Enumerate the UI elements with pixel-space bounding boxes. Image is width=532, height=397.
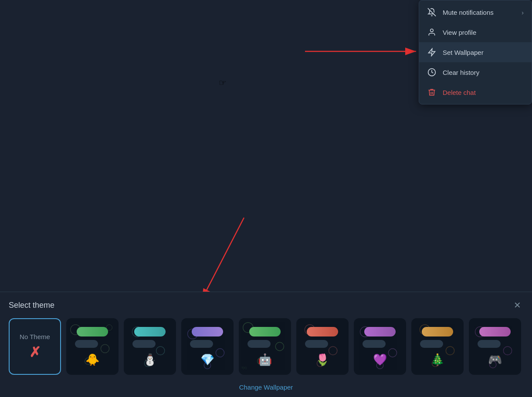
in-bubble [363, 340, 386, 348]
in-bubble [132, 340, 156, 348]
out-bubble [134, 327, 166, 336]
trash-icon [427, 87, 437, 97]
in-bubble [478, 340, 501, 348]
theme-emoji-snowman: ⛄ [143, 353, 157, 367]
out-bubble [479, 327, 511, 336]
no-theme-label: No Theme [20, 333, 50, 340]
close-panel-button[interactable]: ✕ [511, 299, 523, 311]
theme-card-diamond[interactable]: 💎 [181, 318, 234, 375]
menu-set-wallpaper-label: Set Wallpaper [443, 49, 484, 56]
out-bubble [249, 327, 281, 336]
menu-item-delete-chat[interactable]: Delete chat [419, 82, 532, 102]
no-theme-x-icon: ✗ [29, 344, 41, 360]
menu-delete-chat-label: Delete chat [443, 89, 476, 96]
wallpaper-icon [427, 47, 437, 57]
svg-marker-2 [429, 49, 435, 56]
theme-card-tulip[interactable]: 🌷 [296, 318, 349, 375]
out-bubble [307, 327, 338, 336]
out-bubble [364, 327, 396, 336]
theme-emoji-gamepad: 🎮 [488, 353, 502, 367]
in-bubble [247, 340, 271, 348]
menu-view-profile-label: View profile [443, 29, 476, 36]
in-bubble [305, 340, 328, 348]
theme-inner: 💎 [182, 323, 233, 371]
menu-item-view-profile[interactable]: View profile [419, 22, 532, 42]
theme-card-no-theme[interactable]: No Theme ✗ [9, 318, 61, 375]
theme-inner: 💜 [355, 323, 405, 371]
panel-title: Select theme [9, 301, 54, 310]
theme-card-gamepad[interactable]: 🎮 [469, 318, 521, 375]
menu-item-mute[interactable]: Mute notifications › [419, 2, 532, 22]
theme-emoji-diamond: 💎 [200, 353, 214, 367]
theme-card-chick[interactable]: 🐥 [66, 318, 119, 375]
theme-emoji-chick: 🐥 [85, 353, 99, 367]
theme-panel: Select theme ✕ No Theme ✗ 🐥 [0, 292, 532, 397]
menu-item-set-wallpaper[interactable]: Set Wallpaper [419, 42, 532, 62]
svg-line-0 [428, 8, 436, 16]
bell-mute-icon [427, 7, 437, 17]
theme-card-tree[interactable]: 🎄 [411, 318, 464, 375]
theme-card-heart[interactable]: 💜 [354, 318, 406, 375]
panel-header: Select theme ✕ [9, 299, 523, 311]
svg-point-1 [430, 29, 434, 32]
chevron-right-icon: › [522, 9, 524, 16]
theme-inner: 🤖 [240, 323, 290, 371]
change-wallpaper-link[interactable]: Change Wallpaper [9, 378, 523, 396]
theme-emoji-heart: 💜 [373, 353, 387, 367]
theme-emoji-tulip: 🌷 [315, 353, 329, 367]
theme-inner: 🎄 [412, 323, 463, 371]
theme-grid: No Theme ✗ 🐥 [9, 318, 523, 378]
in-bubble [75, 340, 98, 348]
menu-mute-label: Mute notifications [443, 9, 494, 16]
menu-item-clear-history[interactable]: Clear history [419, 62, 532, 82]
in-bubble [190, 340, 213, 348]
menu-clear-history-label: Clear history [443, 69, 479, 76]
theme-inner: 🐥 [67, 323, 118, 371]
theme-emoji-tree: 🎄 [430, 353, 444, 367]
out-bubble [77, 327, 108, 336]
theme-card-robot[interactable]: f(x) 🤖 [239, 318, 291, 375]
theme-card-snowman[interactable]: ⛄ [124, 318, 176, 375]
in-bubble [420, 340, 443, 348]
theme-emoji-robot: 🤖 [258, 353, 272, 367]
context-menu: Mute notifications › View profile Set Wa… [419, 0, 532, 104]
theme-inner: 🌷 [297, 323, 348, 371]
clock-icon [427, 67, 437, 77]
out-bubble [192, 327, 223, 336]
theme-inner: 🎮 [470, 323, 520, 371]
theme-inner: ⛄ [125, 323, 175, 371]
person-icon [427, 27, 437, 37]
out-bubble [422, 327, 453, 336]
